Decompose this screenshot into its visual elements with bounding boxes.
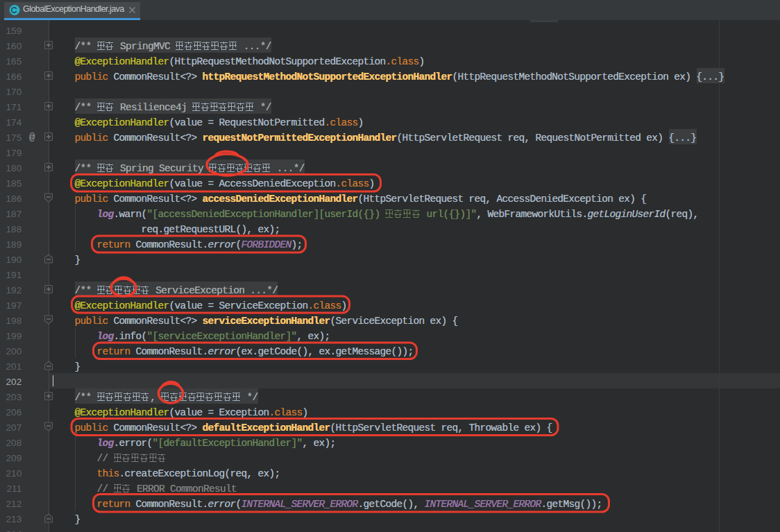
svg-text:@: @: [29, 132, 35, 143]
